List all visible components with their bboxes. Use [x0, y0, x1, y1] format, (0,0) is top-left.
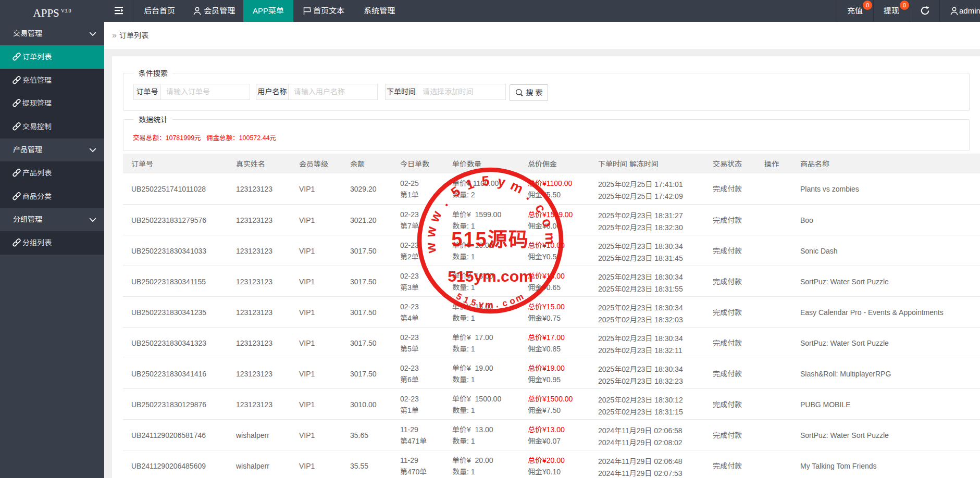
- svg-text:5: 5: [448, 183, 463, 200]
- svg-text:o: o: [539, 217, 556, 229]
- svg-text:m: m: [485, 300, 493, 310]
- svg-text:515ym.com: 515ym.com: [448, 268, 532, 285]
- svg-text:1: 1: [462, 295, 470, 306]
- svg-text:.: .: [495, 299, 499, 309]
- svg-text:w: w: [423, 241, 439, 254]
- svg-text:1: 1: [464, 175, 476, 193]
- svg-text:y: y: [478, 299, 485, 309]
- svg-text:w: w: [426, 208, 445, 225]
- svg-text:c: c: [501, 298, 508, 309]
- svg-text:c: c: [532, 200, 549, 215]
- svg-text:w: w: [423, 225, 440, 238]
- svg-text:5: 5: [481, 173, 490, 189]
- svg-text:5: 5: [454, 291, 463, 302]
- svg-text:m: m: [542, 232, 559, 245]
- svg-text:.: .: [524, 189, 537, 203]
- svg-text:515源码: 515源码: [451, 229, 529, 250]
- svg-text:y: y: [497, 173, 507, 190]
- svg-text:.: .: [437, 196, 451, 209]
- svg-text:5: 5: [470, 297, 477, 308]
